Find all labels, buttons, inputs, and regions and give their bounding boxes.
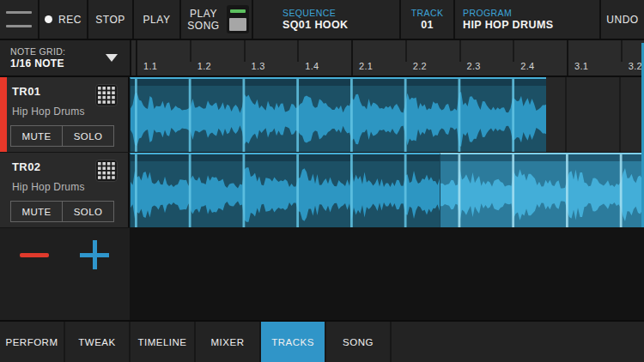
play-song-button[interactable]: PLAY SONG [179, 0, 252, 39]
beat-label: 2.2 [413, 61, 427, 71]
bar-line [351, 40, 353, 75]
sequence-value: SQ01 HOOK [283, 19, 349, 31]
hamburger-icon [6, 25, 32, 27]
play-label: PLAY [143, 14, 171, 26]
tab-timeline[interactable]: TIMELINE [131, 322, 196, 362]
stop-button[interactable]: STOP [87, 0, 132, 39]
transport-bar: REC STOP PLAY PLAY SONG SEQUENCE SQ01 HO… [0, 0, 644, 40]
beat-label: 3.2 [629, 61, 642, 71]
beat-tick [297, 40, 299, 62]
menu-button[interactable] [0, 0, 38, 39]
pad-grid-glyph [98, 87, 115, 104]
sequence-selector[interactable]: SEQUENCE SQ01 HOOK [252, 0, 399, 39]
track-name: Hip Hop Drums [12, 181, 85, 193]
track-selector[interactable]: TRACK 01 [399, 0, 453, 39]
mute-button[interactable]: MUTE [10, 125, 63, 147]
stop-label: STOP [95, 14, 125, 26]
track-id: TR02 [12, 160, 40, 173]
track-list-footer [0, 228, 130, 320]
beat-label: 1.1 [143, 61, 157, 71]
track-header-tr01[interactable]: TR01 Hip Hop Drums MUTE SOLO [0, 77, 130, 152]
audio-clip[interactable] [130, 153, 440, 227]
pad-grid-icon[interactable] [95, 84, 118, 106]
pad-grid-icon[interactable] [95, 160, 118, 182]
chevron-down-icon [106, 54, 118, 62]
program-label: PROGRAM [463, 8, 512, 18]
remove-button[interactable] [10, 239, 58, 270]
hamburger-icon [6, 11, 32, 14]
beat-label: 2.3 [467, 61, 481, 71]
bar-line [136, 40, 137, 75]
tab-song[interactable]: SONG [326, 322, 392, 362]
rec-label: REC [58, 14, 82, 26]
audio-waveform [440, 154, 644, 227]
program-value: HIP HOP DRUMS [463, 19, 553, 31]
track-lane[interactable] [130, 77, 644, 152]
track-row: TR02 Hip Hop Drums MUTE SOLO [0, 153, 644, 227]
undo-label: UNDO [606, 14, 638, 26]
sequence-label: SEQUENCE [283, 8, 336, 18]
beat-tick [405, 40, 407, 62]
audio-clip[interactable] [130, 77, 546, 152]
tab-mixer[interactable]: MIXER [196, 322, 261, 362]
undo-button[interactable]: UNDO [599, 0, 644, 39]
beat-tick [244, 40, 246, 62]
track-name: Hip Hop Drums [12, 106, 85, 118]
track-header-tr02[interactable]: TR02 Hip Hop Drums MUTE SOLO [0, 153, 130, 227]
tab-bar-filler [392, 322, 644, 362]
plus-icon [80, 240, 109, 269]
mute-button[interactable]: MUTE [10, 201, 63, 222]
tab-tweak[interactable]: TWEAK [65, 322, 131, 362]
record-dot-icon [45, 15, 52, 23]
note-grid-selector[interactable]: NOTE GRID: 1/16 NOTE [0, 40, 130, 75]
tab-tracks[interactable]: TRACKS [261, 322, 326, 362]
track-id: TR01 [12, 85, 40, 98]
green-led-icon [230, 9, 246, 13]
beat-label: 2.1 [359, 61, 373, 71]
beat-tick [513, 40, 514, 62]
tab-perform[interactable]: PERFORM [0, 322, 65, 362]
track-label: TRACK [401, 8, 453, 18]
audio-clip-selected[interactable] [440, 153, 644, 227]
grid-and-ruler-bar: NOTE GRID: 1/16 NOTE 1.11.21.31.42.12.22… [0, 40, 644, 77]
audio-waveform [131, 154, 440, 227]
bar-line [567, 40, 568, 75]
timeline-ruler[interactable]: 1.11.21.31.42.12.22.32.43.13.2 [130, 40, 644, 75]
beat-label: 3.1 [574, 61, 588, 71]
bottom-tab-bar: PERFORMTWEAKTIMELINEMIXERTRACKSSONG [0, 320, 644, 362]
mpc-app-screen: REC STOP PLAY PLAY SONG SEQUENCE SQ01 HO… [0, 0, 644, 362]
beat-label: 1.4 [305, 61, 319, 71]
track-row: TR01 Hip Hop Drums MUTE SOLO [0, 77, 644, 152]
track-lane[interactable] [130, 153, 644, 227]
beat-tick [621, 40, 623, 62]
beat-tick [459, 40, 461, 62]
track-value: 01 [401, 19, 453, 31]
play-song-label: PLAY SONG [184, 8, 223, 32]
solo-button[interactable]: SOLO [62, 201, 114, 222]
beat-label: 2.4 [520, 61, 534, 71]
program-selector[interactable]: PROGRAM HIP HOP DRUMS [453, 0, 599, 39]
beat-tick [190, 40, 191, 62]
beat-label: 1.3 [252, 61, 265, 71]
audio-waveform [131, 79, 546, 152]
minus-icon [20, 253, 49, 257]
timeline-empty-area[interactable] [130, 228, 644, 320]
rec-button[interactable]: REC [38, 0, 87, 39]
switch-handle-icon [229, 18, 246, 31]
solo-button[interactable]: SOLO [62, 125, 114, 147]
play-button[interactable]: PLAY [132, 0, 179, 39]
add-button[interactable] [70, 233, 118, 276]
beat-label: 1.2 [197, 61, 211, 71]
pad-grid-glyph [98, 162, 115, 179]
play-song-switch-icon [227, 5, 249, 33]
